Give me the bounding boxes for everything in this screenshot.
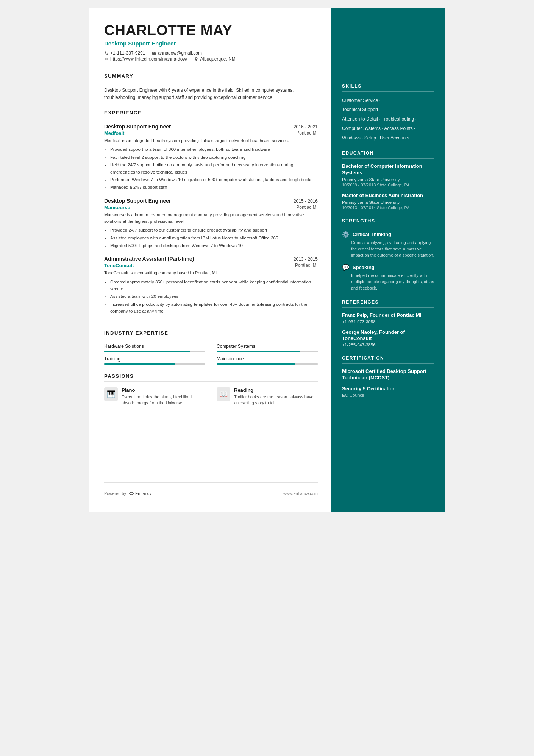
passion-item: 🎹 Piano Every time I play the piano, I f… xyxy=(104,387,205,406)
exp-desc: Medfoalt is an integrated health system … xyxy=(104,138,318,144)
bullet-item: Provided support to a team of 300 intern… xyxy=(110,146,318,153)
experience-item: Desktop Support Engineer 2015 - 2016 Man… xyxy=(104,198,318,249)
left-column: CHARLOTTE MAY Desktop Support Engineer +… xyxy=(89,8,331,512)
exp-bullets: Provided 24/7 support to our customers t… xyxy=(104,227,318,249)
footer: Powered by Enhancv www.enhancv.com xyxy=(104,482,318,496)
bullet-item: Created approximately 350+ personal iden… xyxy=(110,279,318,293)
exp-company-row: Mansourse Pontiac MI xyxy=(104,205,318,210)
experience-title: EXPERIENCE xyxy=(104,110,318,116)
exp-desc: Mansourse is a human resource management… xyxy=(104,212,318,225)
certification-container: Microsoft Certified Desktop Support Tech… xyxy=(342,368,434,398)
passion-desc: Every time I play the piano, I feel like… xyxy=(122,394,205,406)
expertise-label: Hardware Solutions xyxy=(104,344,205,349)
skills-section: SKILLS Customer Service ·Technical Suppo… xyxy=(342,83,434,142)
expertise-bar-bg xyxy=(217,351,318,352)
edu-dates: 10/2009 - 07/2013 State College, PA xyxy=(342,183,434,187)
powered-by-text: Powered by xyxy=(104,491,126,496)
certification-item: Microsoft Certified Desktop Support Tech… xyxy=(342,368,434,381)
cert-name: Security 5 Certification xyxy=(342,386,434,392)
experience-item: Administrative Assistant (Part-time) 201… xyxy=(104,256,318,315)
reference-item: George Naoley, Founder of ToneConsult +1… xyxy=(342,329,434,347)
strength-item: ⚙️ Critical Thinking Good at analyzing, … xyxy=(342,231,434,258)
experience-item: Desktop Support Engineer 2016 - 2021 Med… xyxy=(104,124,318,191)
bullet-item: Facilitated level 2 support to the docto… xyxy=(110,154,318,161)
passions-title: PASSIONS xyxy=(104,373,318,379)
bullet-item: Assisted a team with 20 employees xyxy=(110,293,318,300)
passion-desc: Thriller books are the reason I always h… xyxy=(234,394,318,406)
passion-item: 📖 Reading Thriller books are the reason … xyxy=(217,387,318,406)
strengths-section: STRENGTHS ⚙️ Critical Thinking Good at a… xyxy=(342,218,434,291)
certification-divider xyxy=(342,363,434,364)
expertise-item: Training xyxy=(104,356,205,365)
expertise-bar-fill xyxy=(217,363,295,365)
expertise-bar-fill xyxy=(217,351,300,352)
strength-desc: It helped me communicate efficiently wit… xyxy=(342,272,434,291)
edu-school: Pennsylvania State University xyxy=(342,177,434,182)
expertise-grid: Hardware Solutions Computer Systems Trai… xyxy=(104,344,318,365)
passions-section: PASSIONS 🎹 Piano Every time I play the p… xyxy=(104,373,318,406)
education-item: Master of Business Administration Pennsy… xyxy=(342,193,434,210)
experience-container: Desktop Support Engineer 2016 - 2021 Med… xyxy=(104,124,318,315)
bullet-item: Assisted employees with e-mail migration… xyxy=(110,235,318,241)
passion-title: Piano xyxy=(122,387,205,393)
enhancv-logo: Enhancv xyxy=(128,490,151,496)
strengths-title: STRENGTHS xyxy=(342,218,434,224)
edu-school: Pennsylvania State University xyxy=(342,200,434,205)
expertise-bar-fill xyxy=(104,363,175,365)
exp-role: Desktop Support Engineer xyxy=(104,198,171,204)
exp-bullets: Created approximately 350+ personal iden… xyxy=(104,279,318,315)
exp-header: Desktop Support Engineer 2016 - 2021 xyxy=(104,124,318,130)
exp-role: Administrative Assistant (Part-time) xyxy=(104,256,194,262)
strengths-container: ⚙️ Critical Thinking Good at analyzing, … xyxy=(342,231,434,291)
linkedin-text: https://www.linkedin.com/in/anna-dow/ xyxy=(110,56,187,62)
strength-title: Speaking xyxy=(353,265,375,270)
summary-title: SUMMARY xyxy=(104,73,318,79)
expertise-item: Maintainence xyxy=(217,356,318,365)
exp-company: ToneConsult xyxy=(104,263,134,268)
strength-header: 💬 Speaking xyxy=(342,264,434,271)
exp-company: Mansourse xyxy=(104,205,130,210)
strength-icon: 💬 xyxy=(342,264,350,271)
footer-website: www.enhancv.com xyxy=(283,491,318,496)
expertise-section: INDUSTRY EXPERTISE Hardware Solutions Co… xyxy=(104,330,318,365)
exp-location: Pontiac, MI xyxy=(295,263,318,268)
bullet-item: Performed Windows 7 to Windows 10 migrat… xyxy=(110,176,318,183)
resume-wrapper: CHARLOTTE MAY Desktop Support Engineer +… xyxy=(89,8,445,512)
contact-row-2: https://www.linkedin.com/in/anna-dow/ Al… xyxy=(104,56,318,62)
exp-dates: 2015 - 2016 xyxy=(294,199,318,204)
svg-text:Enhancv: Enhancv xyxy=(135,491,151,496)
education-title: EDUCATION xyxy=(342,150,434,156)
header: CHARLOTTE MAY Desktop Support Engineer +… xyxy=(104,23,318,63)
edu-dates: 10/2013 - 07/2014 State College, PA xyxy=(342,205,434,210)
cert-name: Microsoft Certified Desktop Support Tech… xyxy=(342,368,434,381)
phone-text: +1-111-337-9291 xyxy=(110,50,145,56)
experience-section: EXPERIENCE Desktop Support Engineer 2016… xyxy=(104,110,318,322)
passion-content: Piano Every time I play the piano, I fee… xyxy=(122,387,205,406)
passion-content: Reading Thriller books are the reason I … xyxy=(234,387,318,406)
email-icon xyxy=(152,51,156,55)
link-icon xyxy=(104,57,109,61)
summary-section: SUMMARY Desktop Support Engineer with 6 … xyxy=(104,73,318,102)
skill-line: Technical Support · xyxy=(342,105,434,114)
exp-location: Pontiac MI xyxy=(296,130,318,136)
reference-item: Franz Pelp, Founder of Pontiac MI +1-934… xyxy=(342,312,434,324)
edu-degree: Bachelor of Computer Information Systems xyxy=(342,163,434,176)
exp-dates: 2016 - 2021 xyxy=(294,124,318,130)
bullet-item: Provided 24/7 support to our customers t… xyxy=(110,227,318,233)
exp-bullets: Provided support to a team of 300 intern… xyxy=(104,146,318,191)
references-container: Franz Pelp, Founder of Pontiac MI +1-934… xyxy=(342,312,434,347)
summary-divider xyxy=(104,81,318,82)
strength-title: Critical Thinking xyxy=(353,232,391,237)
exp-company-row: Medfoalt Pontiac MI xyxy=(104,130,318,136)
skill-line: Attention to Detail · Troubleshooting · xyxy=(342,115,434,124)
linkedin-item: https://www.linkedin.com/in/anna-dow/ xyxy=(104,56,187,62)
skill-line: Windows · Setup · User Accounts xyxy=(342,134,434,142)
location-text: Albuquerque, NM xyxy=(200,56,235,62)
exp-location: Pontiac MI xyxy=(296,205,318,210)
strength-header: ⚙️ Critical Thinking xyxy=(342,231,434,238)
certification-section: CERTIFICATION Microsoft Certified Deskto… xyxy=(342,355,434,397)
strength-desc: Good at analyzing, evaluating and applyi… xyxy=(342,239,434,258)
right-column: SKILLS Customer Service ·Technical Suppo… xyxy=(331,8,445,512)
references-section: REFERENCES Franz Pelp, Founder of Pontia… xyxy=(342,299,434,347)
exp-company: Medfoalt xyxy=(104,130,124,136)
